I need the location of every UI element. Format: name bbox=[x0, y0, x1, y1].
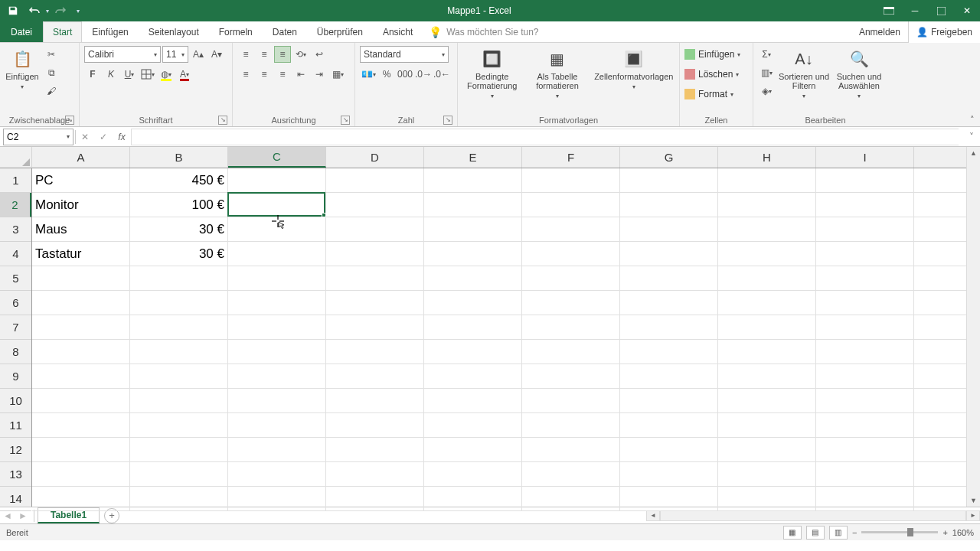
cell-G11[interactable] bbox=[620, 413, 718, 438]
accounting-icon[interactable]: 💶▾ bbox=[360, 66, 377, 83]
dialog-launcher-icon[interactable]: ↘ bbox=[341, 116, 350, 125]
cell-G1[interactable] bbox=[620, 168, 718, 193]
cell-B3[interactable]: 30 € bbox=[130, 217, 228, 242]
zoom-in-icon[interactable]: + bbox=[942, 528, 947, 537]
col-header-D[interactable]: D bbox=[326, 147, 424, 168]
align-top-icon[interactable]: ≡ bbox=[237, 46, 254, 63]
align-bottom-icon[interactable]: ≡ bbox=[274, 46, 291, 63]
cell-G14[interactable] bbox=[620, 487, 718, 511]
cell-A9[interactable] bbox=[32, 364, 130, 389]
percent-icon[interactable]: % bbox=[378, 66, 395, 83]
fill-color-icon[interactable]: ◍▾ bbox=[158, 66, 175, 83]
vertical-scrollbar[interactable]: ▲ ▼ bbox=[966, 147, 980, 507]
number-format-box[interactable]: Standard▾ bbox=[360, 46, 449, 63]
cell-C12[interactable] bbox=[228, 438, 326, 462]
row-header-6[interactable]: 6 bbox=[0, 291, 31, 315]
cell-H13[interactable] bbox=[718, 462, 816, 487]
cell-E9[interactable] bbox=[424, 364, 522, 389]
increase-font-icon[interactable]: A▴ bbox=[190, 46, 207, 63]
cell-D5[interactable] bbox=[326, 266, 424, 291]
cell-A6[interactable] bbox=[32, 291, 130, 315]
cell-E5[interactable] bbox=[424, 266, 522, 291]
cell-G8[interactable] bbox=[620, 340, 718, 364]
cell-F3[interactable] bbox=[522, 217, 620, 242]
cell-D9[interactable] bbox=[326, 364, 424, 389]
italic-button[interactable]: K bbox=[103, 66, 119, 83]
cell-C6[interactable] bbox=[228, 291, 326, 315]
fill-icon[interactable]: ▥▾ bbox=[758, 64, 775, 81]
scroll-left-icon[interactable]: ◄ bbox=[646, 510, 660, 521]
row-header-4[interactable]: 4 bbox=[0, 242, 31, 266]
cell-G10[interactable] bbox=[620, 389, 718, 413]
zoom-out-icon[interactable]: − bbox=[852, 528, 857, 537]
cell-D3[interactable] bbox=[326, 217, 424, 242]
dialog-launcher-icon[interactable]: ↘ bbox=[218, 116, 227, 125]
cell-I6[interactable] bbox=[816, 291, 914, 315]
cell-D11[interactable] bbox=[326, 413, 424, 438]
cell-A8[interactable] bbox=[32, 340, 130, 364]
conditional-formatting-button[interactable]: 🔲Bedingte Formatierung▾ bbox=[462, 46, 521, 101]
cell-H11[interactable] bbox=[718, 413, 816, 438]
merge-center-icon[interactable]: ▦▾ bbox=[329, 66, 346, 83]
cell-G4[interactable] bbox=[620, 242, 718, 266]
row-header-9[interactable]: 9 bbox=[0, 364, 31, 389]
comma-icon[interactable]: 000 bbox=[397, 66, 413, 83]
cell-F13[interactable] bbox=[522, 462, 620, 487]
find-select-button[interactable]: 🔍Suchen und Auswählen▾ bbox=[833, 46, 885, 101]
cell-A12[interactable] bbox=[32, 438, 130, 462]
cell-F8[interactable] bbox=[522, 340, 620, 364]
cell-F1[interactable] bbox=[522, 168, 620, 193]
col-header-B[interactable]: B bbox=[130, 147, 228, 168]
bold-button[interactable]: F bbox=[84, 66, 101, 83]
paste-button[interactable]: 📋 Einfügen ▾ bbox=[5, 46, 40, 92]
cell-B12[interactable] bbox=[130, 438, 228, 462]
dialog-launcher-icon[interactable]: ↘ bbox=[443, 116, 452, 125]
cell-A7[interactable] bbox=[32, 315, 130, 340]
cell-E14[interactable] bbox=[424, 487, 522, 511]
cell-E6[interactable] bbox=[424, 291, 522, 315]
cell-H8[interactable] bbox=[718, 340, 816, 364]
cell-G7[interactable] bbox=[620, 315, 718, 340]
align-center-icon[interactable]: ≡ bbox=[256, 66, 273, 83]
cell-G2[interactable] bbox=[620, 193, 718, 217]
tab-einfügen[interactable]: Einfügen bbox=[82, 21, 138, 42]
row-header-11[interactable]: 11 bbox=[0, 413, 31, 438]
cell-F12[interactable] bbox=[522, 438, 620, 462]
cell-E10[interactable] bbox=[424, 389, 522, 413]
cells-area[interactable]: PC450 €Monitor100 €Maus30 €Tastatur30 € bbox=[32, 168, 966, 507]
col-header-C[interactable]: C bbox=[228, 147, 326, 168]
cell-I10[interactable] bbox=[816, 389, 914, 413]
cell-styles-button[interactable]: 🔳Zellenformatvorlagen▾ bbox=[593, 46, 675, 92]
save-icon[interactable] bbox=[3, 2, 23, 20]
font-color-icon[interactable]: A▾ bbox=[176, 66, 193, 83]
font-name-box[interactable]: Calibri▾ bbox=[84, 46, 161, 63]
format-as-table-button[interactable]: ▦Als Tabelle formatieren▾ bbox=[528, 46, 586, 101]
cell-H2[interactable] bbox=[718, 193, 816, 217]
col-header-H[interactable]: H bbox=[718, 147, 816, 168]
cell-I4[interactable] bbox=[816, 242, 914, 266]
undo-icon[interactable] bbox=[24, 2, 44, 20]
zoom-level[interactable]: 160% bbox=[952, 528, 974, 537]
cell-H14[interactable] bbox=[718, 487, 816, 511]
col-header-E[interactable]: E bbox=[424, 147, 522, 168]
cell-D4[interactable] bbox=[326, 242, 424, 266]
row-header-14[interactable]: 14 bbox=[0, 487, 31, 511]
cell-C14[interactable] bbox=[228, 487, 326, 511]
row-header-12[interactable]: 12 bbox=[0, 438, 31, 462]
cell-F4[interactable] bbox=[522, 242, 620, 266]
cell-B7[interactable] bbox=[130, 315, 228, 340]
col-header-I[interactable]: I bbox=[816, 147, 914, 168]
cell-A2[interactable]: Monitor bbox=[32, 193, 130, 217]
cell-H10[interactable] bbox=[718, 389, 816, 413]
cell-C11[interactable] bbox=[228, 413, 326, 438]
cell-C4[interactable] bbox=[228, 242, 326, 266]
cell-C8[interactable] bbox=[228, 340, 326, 364]
cell-G9[interactable] bbox=[620, 364, 718, 389]
row-header-3[interactable]: 3 bbox=[0, 217, 31, 242]
insert-cells-button[interactable]: Einfügen▾ bbox=[684, 46, 740, 63]
cell-A13[interactable] bbox=[32, 462, 130, 487]
cell-G5[interactable] bbox=[620, 266, 718, 291]
ribbon-display-icon[interactable] bbox=[876, 0, 902, 21]
cell-F11[interactable] bbox=[522, 413, 620, 438]
cell-C9[interactable] bbox=[228, 364, 326, 389]
